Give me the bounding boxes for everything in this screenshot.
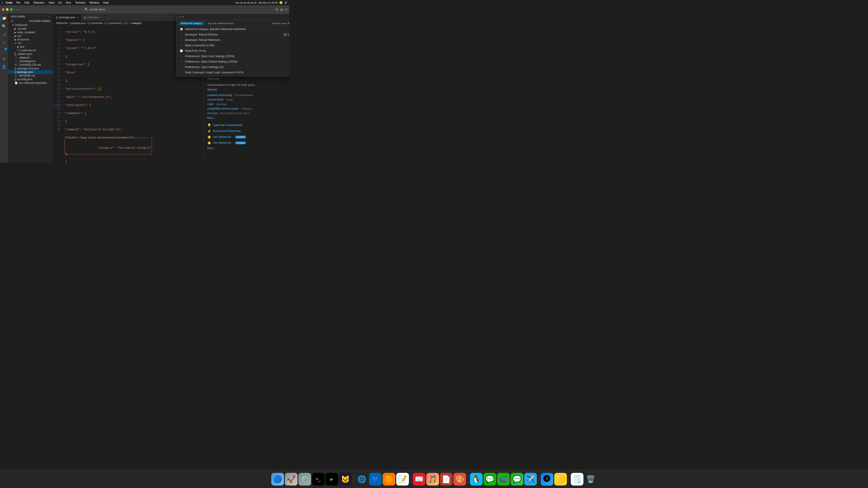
tree-label-package-lock: package-lock.json [17, 67, 39, 70]
title-search-bar[interactable]: 🔍 vscode-demo [83, 7, 151, 12]
activity-explorer[interactable]: 📁 [0, 14, 8, 22]
fullscreen-button[interactable] [10, 8, 13, 11]
menu-help[interactable]: Help [102, 1, 110, 4]
cp-tab-helloworld-category[interactable]: helloworld category [179, 21, 205, 25]
menu-go[interactable]: Go [57, 1, 63, 4]
cp-item-reload-webviews[interactable]: ○ Developer: Reload Webviews [177, 37, 289, 43]
title-search-text: vscode-demo [89, 8, 105, 11]
sidebar-icon[interactable]: ▤ [280, 8, 283, 11]
activity-account[interactable]: 👤 [0, 63, 8, 70]
recent-item-4[interactable]: competition-server-master ~/Downlo... [207, 106, 286, 111]
extensions-badge: 1 [4, 47, 7, 50]
tree-item-vscodeignore[interactable]: 🔹 .vscodeignore [8, 59, 53, 63]
back-arrow[interactable]: ‹ [16, 8, 18, 11]
tree-item-tsconfig[interactable]: {} tsconfig.json [8, 77, 53, 81]
menubar-wifi-icon[interactable]: 📶 [279, 1, 283, 4]
activity-remote[interactable]: ⊕ [0, 55, 8, 62]
learn-title-productivity: Boost your Productivity [213, 129, 241, 133]
menu-file[interactable]: File [15, 1, 21, 4]
breadcrumb-contributes[interactable]: {} contributes [88, 22, 103, 24]
recent-item-3[interactable]: code ~/Scoheart [207, 102, 286, 106]
tree-item-eslintrc[interactable]: {} .eslintrc.json [8, 52, 53, 56]
recent-item-1[interactable]: scoheart-nextra-blog ~/Scoheart/notes [207, 93, 286, 97]
folder-closed-icon: ▶ [14, 35, 16, 37]
tree-item-extension-ts[interactable]: TS extension.ts [8, 48, 53, 52]
close-tab-package-json[interactable]: ✕ [76, 16, 79, 19]
cp-icon-circle2: ○ [180, 38, 183, 41]
activity-debug[interactable]: ▷ [0, 39, 8, 46]
recent-item-2[interactable]: vscode-demo ~/code [207, 97, 286, 102]
tree-item-changelog[interactable]: M↓ CHANGELOG.md [8, 63, 53, 67]
cp-item-label-helloworld: helloworld category: pkg title helloworl… [185, 28, 246, 31]
tree-item-vsc-ext[interactable]: 📋 vsc-extension-quicksta... [8, 81, 53, 85]
workspace-header[interactable]: ▼ VSCODE-DEMO [8, 19, 53, 23]
cp-gear-icon[interactable]: ⚙ [287, 22, 289, 25]
tree-item-package-lock[interactable]: {} package-lock.json [8, 67, 53, 70]
tree-item-readme[interactable]: M↓ README.md [8, 74, 53, 77]
activity-git[interactable]: ⎇ [0, 31, 8, 38]
learn-item-fundamentals[interactable]: 💡 Learn the Fundamentals [207, 122, 286, 128]
learn-item-started-1[interactable]: ⭐ Get Started wit... Updated [207, 134, 286, 140]
tree-label-out: out [17, 34, 21, 37]
command-palette-input[interactable] [182, 15, 289, 19]
sidebar-actions[interactable]: ··· [48, 15, 51, 18]
cp-item-wakatime[interactable]: 🕐 WakaTime: Proxy [177, 48, 289, 54]
menu-view[interactable]: View [48, 1, 55, 4]
tab-label-extension: extension [87, 16, 99, 19]
activity-search[interactable]: 🔍 [0, 23, 8, 30]
cp-item-prefs-user[interactable]: ○ Preferences: Open User Settings (JSON) [177, 54, 289, 59]
close-tab-extension[interactable]: ✕ [100, 16, 102, 19]
close-button[interactable] [2, 8, 4, 11]
forward-arrow[interactable]: › [18, 8, 20, 11]
breadcrumb-helloworld[interactable]: helloworld [56, 22, 67, 24]
split-editor-icon[interactable]: ⊞ [276, 8, 278, 11]
line-numbers: 56789 1011121314 1516171819 2021222324 2… [53, 25, 62, 163]
tree-item-node-modules[interactable]: ▶ node_modules [8, 31, 53, 34]
tab-extension[interactable]: {} extension ✕ [81, 13, 105, 21]
breadcrumb-package-json[interactable]: package.json [70, 22, 85, 24]
menu-selection[interactable]: Selection [32, 1, 45, 4]
tree-item-out[interactable]: ▶ out [8, 34, 53, 38]
cp-item-pika[interactable]: ○ Make screenshot in Pika [177, 43, 289, 48]
cp-item-shell[interactable]: ○ Shell Command: Install 'code' command … [177, 70, 289, 75]
layout-icon[interactable]: ⊡ [285, 8, 287, 11]
sidebar-header: EXPLORER ··· [8, 13, 53, 19]
cp-kbd-reload-window: ⌘ R [283, 33, 289, 36]
welcome-tab-label[interactable]: Welcome [207, 77, 219, 80]
menu-edit[interactable]: Edit [24, 1, 30, 4]
activity-extensions[interactable]: ⬚ 1 [0, 47, 8, 54]
search-icon: 🔍 [85, 8, 88, 11]
cp-tab-pkg-title[interactable]: pkg title helloworld.start [206, 21, 236, 25]
tree-item-vscode[interactable]: ▶ .vscode [8, 27, 53, 31]
cp-item-prefs-ui[interactable]: ○ Preferences: Open Settings (UI) [177, 64, 289, 70]
tab-package-json[interactable]: {} package.json ✕ [53, 13, 81, 21]
tree-item-gitignore[interactable]: 🔸 .gitignore [8, 56, 53, 59]
cp-item-reload-window[interactable]: ○ Developer: Reload Window ⌘ R [177, 32, 289, 37]
breadcrumb-category[interactable]: category [131, 22, 142, 24]
tree-item-src[interactable]: ▼ src [8, 41, 53, 45]
menu-window[interactable]: Window [89, 1, 100, 4]
menubar-volume-icon[interactable]: 🔊 [284, 1, 287, 4]
recent-item-5[interactable]: ec2-user /home [SSH: ec2-13-235-2... [207, 111, 286, 116]
breadcrumb-1[interactable]: {} 1 [124, 22, 128, 24]
cp-item-focus-panel[interactable]: ○ View: Focus into Panel [177, 75, 289, 76]
apple-logo[interactable]:  [2, 1, 3, 4]
cp-item-prefs-default[interactable]: ○ Preferences: Open Default Settings (JS… [177, 59, 289, 64]
learn-more[interactable]: More... [207, 147, 286, 150]
cp-item-helloworld[interactable]: 🔲 helloworld category: pkg title hellowo… [177, 26, 289, 32]
search-icon: 🔍 [2, 24, 6, 29]
tree-item-resources[interactable]: ▶ resources [8, 38, 53, 41]
tree-item-package-json[interactable]: {} package.json [8, 70, 53, 74]
recent-more[interactable]: More... [207, 116, 286, 120]
code-line-16: { [65, 120, 204, 124]
menu-terminal[interactable]: Terminal [74, 1, 86, 4]
cp-input-row: > [177, 14, 289, 20]
tree-item-test[interactable]: ▶ test [8, 45, 53, 48]
learn-item-productivity[interactable]: ⚡ Boost your Productivity [207, 128, 286, 134]
sidebar: EXPLORER ··· ▼ VSCODE-DEMO ▼ helloworld … [8, 13, 53, 163]
breadcrumb-commands[interactable]: [ ] commands [106, 22, 121, 24]
minimize-button[interactable] [6, 8, 8, 11]
learn-item-started-2[interactable]: ⭐ Get Started wit... Updated [207, 140, 286, 146]
tree-item-helloworld[interactable]: ▼ helloworld [8, 23, 53, 27]
menu-run[interactable]: Run [65, 1, 72, 4]
